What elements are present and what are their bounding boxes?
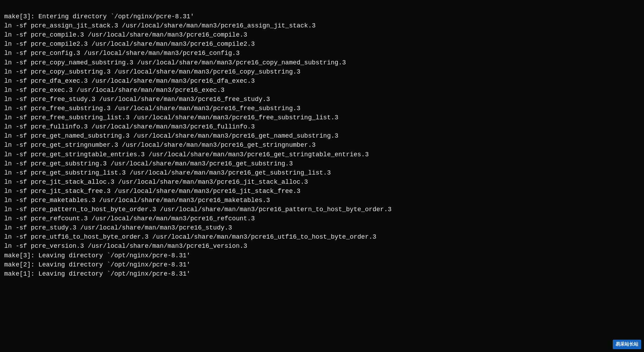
terminal-line: ln -sf pcre_utf16_to_host_byte_order.3 /… [4,232,640,241]
terminal-line: ln -sf pcre_get_named_substring.3 /usr/l… [4,131,640,140]
terminal-line: ln -sf pcre_refcount.3 /usr/local/share/… [4,214,640,223]
terminal-line: ln -sf pcre_get_substring_list.3 /usr/lo… [4,168,640,177]
terminal-line: ln -sf pcre_get_stringnumber.3 /usr/loca… [4,140,640,150]
terminal-line: make[1]: Leaving directory `/opt/nginx/p… [4,269,640,278]
terminal-line: ln -sf pcre_free_substring.3 /usr/local/… [4,104,640,113]
terminal-line: ln -sf pcre_fullinfo.3 /usr/local/share/… [4,122,640,131]
watermark-text: 易采站长站 [616,341,638,347]
terminal-line: ln -sf pcre_free_study.3 /usr/local/shar… [4,95,640,104]
terminal-line: ln -sf pcre_compile.3 /usr/local/share/m… [4,30,640,39]
terminal-line: make[3]: Leaving directory `/opt/nginx/p… [4,251,640,260]
terminal-output: make[3]: Entering directory `/opt/nginx/… [4,3,640,278]
terminal-line: ln -sf pcre_copy_named_substring.3 /usr/… [4,58,640,67]
terminal-line: ln -sf pcre_get_substring.3 /usr/local/s… [4,159,640,168]
terminal-line: ln -sf pcre_get_stringtable_entries.3 /u… [4,150,640,159]
terminal-line: make[2]: Leaving directory `/opt/nginx/p… [4,260,640,269]
terminal-line: ln -sf pcre_jit_stack_alloc.3 /usr/local… [4,177,640,187]
terminal-line: ln -sf pcre_dfa_exec.3 /usr/local/share/… [4,76,640,86]
terminal-line: ln -sf pcre_version.3 /usr/local/share/m… [4,241,640,251]
terminal-line: ln -sf pcre_pattern_to_host_byte_order.3… [4,205,640,214]
terminal-line: ln -sf pcre_config.3 /usr/local/share/ma… [4,49,640,58]
terminal-line: ln -sf pcre_free_substring_list.3 /usr/l… [4,113,640,122]
terminal-line: ln -sf pcre_exec.3 /usr/local/share/man/… [4,86,640,95]
watermark-badge: 易采站长站 [613,340,641,349]
terminal-line: ln -sf pcre_assign_jit_stack.3 /usr/loca… [4,21,640,30]
terminal-line: ln -sf pcre_copy_substring.3 /usr/local/… [4,67,640,76]
terminal-line: ln -sf pcre_jit_stack_free.3 /usr/local/… [4,187,640,196]
terminal-line: ln -sf pcre_compile2.3 /usr/local/share/… [4,39,640,49]
terminal-line: ln -sf pcre_study.3 /usr/local/share/man… [4,223,640,232]
terminal-line: ln -sf pcre_maketables.3 /usr/local/shar… [4,196,640,205]
terminal-line: make[3]: Entering directory `/opt/nginx/… [4,12,640,21]
